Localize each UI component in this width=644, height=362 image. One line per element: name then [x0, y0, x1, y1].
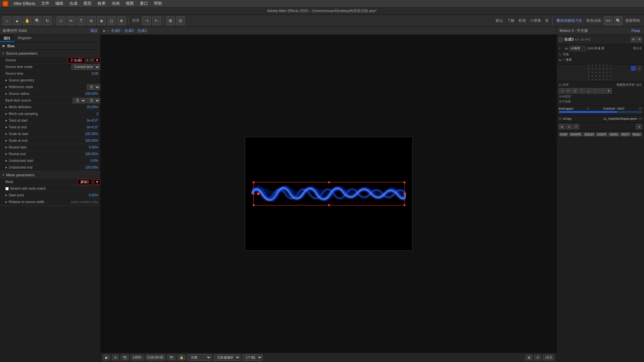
edit-anchor-btn[interactable]: ⊠ — [559, 124, 565, 129]
snap-tool[interactable]: ⊞ — [166, 16, 175, 25]
mask-dropdown[interactable]: ▼ — [94, 180, 100, 184]
align-center-v-btn[interactable]: ⊥ — [586, 88, 592, 94]
align-top-btn[interactable]: ⊤ — [579, 88, 585, 94]
align-up-icon[interactable]: ↑ — [599, 88, 605, 94]
mask-value[interactable]: 蒙版1 — [77, 179, 92, 185]
edit-pts-btn[interactable]: ⊡ — [566, 124, 572, 129]
menu-file[interactable]: 文件 — [39, 0, 52, 7]
snapshot-btn[interactable]: 📷 — [167, 355, 175, 360]
source-radius-value[interactable]: 100.00% — [85, 92, 100, 96]
tag-null[interactable]: NULL — [632, 132, 642, 136]
ecopy-label[interactable]: eCopy — [563, 117, 572, 120]
menu-layer[interactable]: 图层 — [81, 0, 94, 7]
eraser-tool[interactable]: ◻ — [107, 16, 116, 25]
undistorted-end-value[interactable]: 100.00% — [85, 166, 100, 169]
source-value[interactable]: 2 合成2 — [68, 57, 85, 63]
source-time-value[interactable]: 0.00 — [92, 72, 100, 75]
clone-tool[interactable]: ◈ — [97, 16, 106, 25]
align-center-h-btn[interactable]: ⊢ — [566, 88, 572, 94]
puppet-tool[interactable]: ⊕ — [117, 16, 126, 25]
text-tool[interactable]: T — [77, 16, 86, 25]
library-label[interactable]: 库 — [544, 18, 550, 23]
start-point-value[interactable]: 0.00% — [89, 193, 100, 197]
breadcrumb-comp1[interactable]: 合成1 — [138, 28, 147, 33]
rotate-tool[interactable]: ↻ — [43, 16, 52, 25]
source-params-header[interactable]: ▼ Source parameters — [0, 50, 100, 57]
twist-start-value[interactable]: 0x+0.0° — [87, 119, 100, 122]
tag-shape[interactable]: SHAPE — [569, 132, 582, 136]
menu-edit[interactable]: 编辑 — [53, 0, 66, 7]
grid-btn[interactable]: ⊞ — [526, 355, 532, 360]
menu-help[interactable]: 帮助 — [151, 0, 165, 7]
reverse-btn[interactable]: ↺ — [573, 124, 579, 129]
star-anchor-btn[interactable]: ★ — [636, 124, 642, 129]
time-offset[interactable]: +0.0 — [543, 355, 554, 360]
hand-tool[interactable]: ✋ — [23, 16, 32, 25]
home-btn[interactable]: ⌂ — [3, 16, 11, 25]
explode-label[interactable]: zL_ExplodeShapeLayers — [603, 117, 637, 120]
align-left-btn[interactable]: ⊣ — [559, 88, 565, 94]
character-label[interactable]: 角色动画 — [585, 18, 602, 23]
align-star-btn[interactable]: ★ — [606, 88, 612, 94]
zoom-display[interactable]: 149% — [131, 355, 144, 360]
source-layer-btn[interactable]: ▼ — [94, 58, 100, 63]
practice-label[interactable]: 叠加动效练习生 — [555, 18, 584, 23]
stretch-verts-check[interactable] — [5, 187, 9, 190]
shape-tool[interactable]: □ — [57, 16, 65, 25]
tab-properties[interactable]: 属性 — [0, 35, 14, 42]
back-face-select2[interactable]: 渲 — [87, 98, 100, 103]
align-center[interactable]: ⊢ — [152, 16, 161, 25]
rename-label[interactable]: 重命名 — [633, 46, 642, 51]
undistorted-start-value[interactable]: 0.0% — [91, 159, 100, 163]
3d-tool[interactable]: ⊡ — [176, 16, 185, 25]
menu-effects[interactable]: 效果 — [95, 0, 108, 7]
source-time-mode-select[interactable]: Current time — [71, 64, 100, 70]
twist-end-value[interactable]: 0x+0.0° — [87, 125, 100, 129]
reveal-end-value[interactable]: 100.00% — [85, 152, 100, 156]
tag-adju[interactable]: ADJU — [608, 132, 619, 136]
align-right-btn[interactable]: ⊡ — [572, 88, 578, 94]
align-left[interactable]: ⊣ — [142, 16, 151, 25]
expand-motion-btn[interactable] — [631, 66, 636, 71]
overlord-label[interactable]: Overlord - MG© — [603, 107, 625, 110]
pen-tool[interactable]: ✏ — [67, 16, 75, 25]
menu-after-effects[interactable]: After Effects — [11, 1, 38, 7]
lock-btn[interactable]: 🔒 — [177, 355, 185, 360]
tag-text[interactable]: TEXT — [620, 132, 631, 136]
views-select[interactable]: 1个视图 — [243, 354, 263, 361]
select-tool[interactable]: ▲ — [13, 16, 21, 25]
width-input[interactable]: 40像素 — [569, 46, 586, 51]
scale-start-value[interactable]: 100.00% — [85, 132, 100, 136]
small-label[interactable]: 小屏幕 — [529, 18, 542, 23]
flow-tab[interactable]: Flow — [630, 28, 641, 34]
mesh-sub-value[interactable]: 2 — [96, 112, 100, 116]
mesh-def-value[interactable]: 25.00% — [87, 105, 100, 109]
menu-composition[interactable]: 合成 — [67, 0, 80, 7]
menu-animation[interactable]: 动画 — [109, 0, 122, 7]
play-btn[interactable]: ▶ — [103, 355, 110, 360]
project-label[interactable]: 项目 — [90, 28, 98, 33]
timecode-display[interactable]: 0:00:00:00 — [146, 355, 165, 360]
mask-params-header[interactable]: ▼ Mask parameters — [0, 171, 100, 179]
motion-opts-btn[interactable]: ⊕ — [637, 66, 641, 71]
standard-label[interactable]: 标准 — [517, 18, 527, 23]
ref-mask-select[interactable]: 无 — [87, 84, 100, 90]
comp-settings-btn[interactable]: ⚙ — [637, 37, 642, 42]
tag-solid[interactable]: SOLID — [583, 132, 595, 136]
reveal-start-value[interactable]: 0.00% — [89, 145, 100, 149]
breadcrumb-comp3[interactable]: 合成3 — [111, 28, 120, 33]
scale-end-value[interactable]: 100.00% — [85, 139, 100, 142]
search-btn[interactable]: 🔍 — [614, 16, 623, 25]
back-face-select[interactable]: 无 — [73, 98, 86, 103]
menu-view[interactable]: 视图 — [123, 0, 137, 7]
more-btn[interactable]: >> — [604, 16, 612, 25]
buttcapper-label[interactable]: Buttcapper — [559, 107, 574, 110]
reset-btn[interactable]: ⊙ — [534, 355, 541, 360]
tab-register[interactable]: Register — [14, 35, 35, 42]
tag-cam[interactable]: CAM — [559, 132, 568, 136]
learn-label[interactable]: 了解 — [506, 18, 516, 23]
paint-tool[interactable]: ⊘ — [87, 16, 96, 25]
resolution-select[interactable]: 完整 一半 四分之一 — [187, 354, 212, 361]
align-bottom-btn[interactable]: ⊦ — [592, 88, 598, 94]
render-btn[interactable]: ⊡ — [112, 355, 119, 360]
